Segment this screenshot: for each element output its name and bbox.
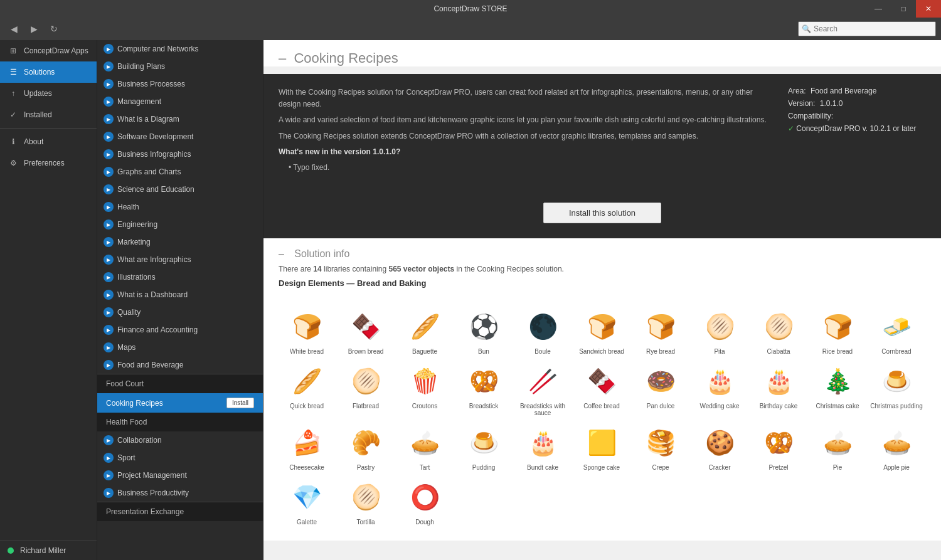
category-collab[interactable]: ▶ Collaboration <box>97 431 263 449</box>
cat-label-engineering: Engineering <box>117 220 157 229</box>
food-icon: 🍿 <box>403 362 447 400</box>
category-illustrations[interactable]: ▶ Illustrations <box>97 268 263 286</box>
category-management[interactable]: ▶ Management <box>97 93 263 110</box>
category-diagram[interactable]: ▶ What is a Diagram <box>97 110 263 128</box>
category-graphs[interactable]: ▶ Graphs and Charts <box>97 163 263 181</box>
description-p2: A wide and varied selection of food item… <box>279 114 775 126</box>
maximize-button[interactable]: □ <box>891 0 916 18</box>
refresh-button[interactable]: ↻ <box>45 20 63 38</box>
cat-arrow-icon: ▶ <box>104 453 114 463</box>
food-icon: 🥧 <box>816 424 859 462</box>
food-court-item[interactable]: Food Court <box>97 374 263 393</box>
minimize-button[interactable]: — <box>866 0 891 18</box>
solution-title-text: Solution info <box>294 248 349 259</box>
category-marketing[interactable]: ▶ Marketing <box>97 233 263 251</box>
food-item: 🍪Cracker <box>691 424 748 471</box>
category-science[interactable]: ▶ Science and Education <box>97 181 263 198</box>
food-icon: 🫓 <box>344 362 388 400</box>
cat-arrow-icon: ▶ <box>104 435 114 445</box>
cat-arrow-icon: ▶ <box>104 79 114 89</box>
cat-arrow-icon: ▶ <box>104 237 114 247</box>
preferences-icon: ⚙ <box>8 157 19 169</box>
food-label: Brown bread <box>348 348 384 355</box>
category-dashboard[interactable]: ▶ What is a Dashboard <box>97 286 263 304</box>
category-foodbev[interactable]: ▶ Food and Beverage <box>97 356 263 374</box>
forward-button[interactable]: ▶ <box>25 20 43 38</box>
food-label: Pastry <box>357 464 375 471</box>
food-icon: 🥢 <box>521 362 565 400</box>
sidebar-item-installed[interactable]: ✓ Installed <box>0 104 97 125</box>
food-label: Apple pie <box>883 464 910 471</box>
cat-label-whatinfographics: What are Infographics <box>117 255 191 264</box>
category-building[interactable]: ▶ Building Plans <box>97 58 263 75</box>
food-icon: 🍞 <box>816 308 859 346</box>
food-icon: 🍩 <box>639 362 683 400</box>
food-label: White bread <box>290 348 324 355</box>
category-finance[interactable]: ▶ Finance and Accounting <box>97 321 263 339</box>
health-food-item[interactable]: Health Food <box>97 413 263 431</box>
category-health[interactable]: ▶ Health <box>97 198 263 216</box>
food-label: Crepe <box>652 464 669 471</box>
content-area: – Cooking Recipes With the Cooking Recip… <box>263 40 941 560</box>
category-engineering[interactable]: ▶ Engineering <box>97 216 263 233</box>
cat-arrow-icon: ▶ <box>104 97 114 107</box>
food-item: ⚽Bun <box>455 308 512 355</box>
cat-label-dashboard: What is a Dashboard <box>117 290 188 299</box>
food-icon: 🍞 <box>639 308 683 346</box>
back-button[interactable]: ◀ <box>5 20 23 38</box>
category-infographics[interactable]: ▶ Business Infographics <box>97 145 263 163</box>
cat-arrow-icon: ▶ <box>104 202 114 212</box>
food-label: Sponge cake <box>583 464 620 471</box>
cat-label-computer: Computer and Networks <box>117 45 198 53</box>
food-item: 🥧Tart <box>396 424 453 471</box>
food-icon: 🎄 <box>816 362 859 400</box>
category-project[interactable]: ▶ Project Management <box>97 467 263 484</box>
food-court-label: Food Court <box>106 379 144 388</box>
presentation-exchange-item[interactable]: Presentation Exchange <box>97 502 263 521</box>
category-business[interactable]: ▶ Business Processes <box>97 75 263 93</box>
category-whatinfographics[interactable]: ▶ What are Infographics <box>97 251 263 268</box>
install-solution-button[interactable]: Install this solution <box>543 203 661 223</box>
food-icon: 🍫 <box>580 362 624 400</box>
cat-arrow-icon: ▶ <box>104 307 114 317</box>
food-icon: 🍞 <box>580 308 624 346</box>
sidebar-label-installed: Installed <box>24 110 52 119</box>
version-label: Version: <box>788 99 815 108</box>
food-item: 🥨Pretzel <box>750 424 807 471</box>
sidebar-separator-1 <box>0 128 97 129</box>
sidebar-item-apps[interactable]: ⊞ ConceptDraw Apps <box>0 40 97 61</box>
food-item: 🍫Brown bread <box>338 308 394 355</box>
close-button[interactable]: ✕ <box>916 0 941 18</box>
cat-label-management: Management <box>117 97 161 106</box>
food-label: Baguette <box>412 348 437 355</box>
sidebar-item-preferences[interactable]: ⚙ Preferences <box>0 152 97 174</box>
solution-text: There are 14 libraries containing 565 ve… <box>279 265 926 273</box>
cooking-recipes-item[interactable]: Cooking Recipes Install <box>97 393 263 413</box>
category-quality[interactable]: ▶ Quality <box>97 304 263 321</box>
description-p3: The Cooking Recipes solution extends Con… <box>279 130 775 142</box>
cat-arrow-icon: ▶ <box>104 184 114 194</box>
search-input[interactable] <box>798 21 936 36</box>
category-bizprod[interactable]: ▶ Business Productivity <box>97 484 263 502</box>
food-label: Bundt cake <box>527 464 558 471</box>
nav-bar: ◀ ▶ ↻ 🔍 <box>0 18 941 40</box>
category-computer[interactable]: ▶ Computer and Networks <box>97 40 263 58</box>
food-item: 🟨Sponge cake <box>573 424 630 471</box>
cooking-recipes-label: Cooking Recipes <box>106 399 163 408</box>
food-icon: 🍰 <box>285 424 329 462</box>
food-item: 🫓Flatbread <box>338 362 394 416</box>
sidebar-item-solutions[interactable]: ☰ Solutions <box>0 61 97 83</box>
cooking-recipes-install-button[interactable]: Install <box>226 398 254 408</box>
area-label: Area: <box>788 87 806 95</box>
compat-value-row: ✓ ConceptDraw PRO v. 10.2.1 or later <box>788 124 926 133</box>
cat-arrow-icon: ▶ <box>104 61 114 71</box>
sidebar-label-preferences: Preferences <box>24 159 65 167</box>
food-icon: 🍮 <box>462 424 506 462</box>
category-sport[interactable]: ▶ Sport <box>97 449 263 467</box>
food-item: 🍞Sandwich bread <box>573 308 630 355</box>
category-software[interactable]: ▶ Software Development <box>97 128 263 145</box>
sidebar-item-updates[interactable]: ↑ Updates <box>0 83 97 104</box>
sidebar-item-about[interactable]: ℹ About <box>0 131 97 152</box>
food-label: Tart <box>420 464 430 471</box>
category-maps[interactable]: ▶ Maps <box>97 339 263 356</box>
